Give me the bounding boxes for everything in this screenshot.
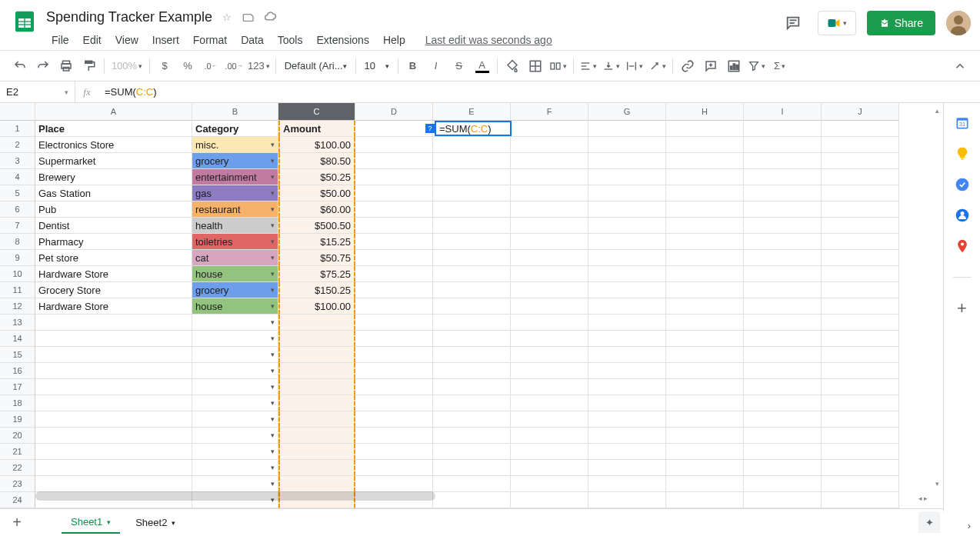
add-addon-icon[interactable]: +: [955, 301, 970, 316]
row-header[interactable]: 23: [0, 476, 35, 492]
cell[interactable]: [433, 315, 511, 331]
cell[interactable]: [278, 428, 355, 444]
cell[interactable]: [433, 363, 511, 379]
cell[interactable]: [822, 444, 899, 460]
cell[interactable]: [588, 282, 666, 298]
cell[interactable]: [744, 411, 822, 428]
row-header[interactable]: 12: [0, 298, 35, 315]
column-header[interactable]: F: [511, 103, 588, 121]
valign-button[interactable]: [601, 55, 622, 77]
cell[interactable]: [822, 476, 899, 492]
cell[interactable]: grocery: [192, 153, 278, 169]
column-header[interactable]: J: [822, 103, 899, 121]
cell[interactable]: [744, 218, 822, 234]
cell[interactable]: [822, 379, 899, 395]
cell[interactable]: cat: [192, 250, 278, 266]
redo-button[interactable]: [32, 55, 54, 77]
cell[interactable]: [511, 492, 588, 508]
cell[interactable]: restaurant: [192, 201, 278, 218]
cell[interactable]: [433, 266, 511, 282]
cell[interactable]: [355, 444, 433, 460]
cell[interactable]: Pet store: [35, 250, 192, 266]
column-header[interactable]: E: [433, 103, 511, 121]
cell[interactable]: [588, 476, 666, 492]
cell[interactable]: [355, 218, 433, 234]
cell[interactable]: $150.25: [278, 282, 355, 298]
cell[interactable]: [666, 282, 744, 298]
cell[interactable]: [822, 298, 899, 315]
row-header[interactable]: 1: [0, 121, 35, 137]
cell[interactable]: [511, 185, 588, 201]
cell[interactable]: [192, 363, 278, 379]
cell[interactable]: [355, 411, 433, 428]
row-header[interactable]: 3: [0, 153, 35, 169]
cell[interactable]: [822, 185, 899, 201]
cell[interactable]: [666, 298, 744, 315]
cell[interactable]: [355, 153, 433, 169]
font-select[interactable]: Default (Ari...▾: [280, 60, 352, 72]
cell[interactable]: [822, 428, 899, 444]
cell[interactable]: [511, 266, 588, 282]
cell[interactable]: [588, 363, 666, 379]
comment-button[interactable]: [700, 55, 722, 77]
cell[interactable]: [511, 476, 588, 492]
column-header[interactable]: A: [35, 103, 192, 121]
cell[interactable]: [35, 315, 192, 331]
cell[interactable]: [433, 476, 511, 492]
column-header[interactable]: G: [588, 103, 666, 121]
cell[interactable]: [355, 298, 433, 315]
scroll-up-icon[interactable]: ▴: [932, 106, 942, 115]
cell[interactable]: $50.75: [278, 250, 355, 266]
row-header[interactable]: 20: [0, 428, 35, 444]
cell[interactable]: [588, 315, 666, 331]
cell[interactable]: [822, 460, 899, 476]
cell[interactable]: [666, 234, 744, 250]
cell[interactable]: [433, 153, 511, 169]
cell[interactable]: [355, 347, 433, 363]
cell[interactable]: [588, 379, 666, 395]
cell[interactable]: Dentist: [35, 218, 192, 234]
borders-button[interactable]: [525, 55, 546, 77]
cell[interactable]: [588, 234, 666, 250]
formula-input[interactable]: =SUM(C:C): [98, 86, 980, 98]
merge-button[interactable]: [548, 55, 569, 77]
cell[interactable]: [511, 121, 588, 137]
cell[interactable]: [744, 121, 822, 137]
keep-icon[interactable]: [955, 146, 970, 161]
cell[interactable]: [192, 315, 278, 331]
menu-insert[interactable]: Insert: [147, 31, 185, 49]
cell[interactable]: [666, 428, 744, 444]
cell[interactable]: [744, 137, 822, 153]
cell[interactable]: [433, 298, 511, 315]
row-header[interactable]: 2: [0, 137, 35, 153]
cell[interactable]: $100.00: [278, 298, 355, 315]
cell[interactable]: [278, 411, 355, 428]
cell[interactable]: [588, 218, 666, 234]
cell[interactable]: [278, 395, 355, 411]
cell[interactable]: [278, 331, 355, 347]
cell[interactable]: Place: [35, 121, 192, 137]
column-header[interactable]: D: [355, 103, 433, 121]
cell[interactable]: [278, 315, 355, 331]
cell[interactable]: [588, 121, 666, 137]
halign-button[interactable]: [578, 55, 599, 77]
cell[interactable]: [588, 153, 666, 169]
cell[interactable]: [511, 169, 588, 185]
currency-button[interactable]: $: [154, 55, 175, 77]
paint-format-button[interactable]: [78, 55, 100, 77]
cell[interactable]: [744, 234, 822, 250]
tasks-icon[interactable]: [955, 177, 970, 192]
cell[interactable]: [35, 379, 192, 395]
cell[interactable]: Hardware Store: [35, 266, 192, 282]
cell[interactable]: [666, 476, 744, 492]
cell[interactable]: [588, 428, 666, 444]
cell[interactable]: [822, 331, 899, 347]
cell[interactable]: $15.25: [278, 234, 355, 250]
cell[interactable]: [666, 347, 744, 363]
cell[interactable]: [511, 444, 588, 460]
cell[interactable]: [666, 460, 744, 476]
cell[interactable]: [355, 282, 433, 298]
cell[interactable]: [35, 331, 192, 347]
column-header[interactable]: C: [278, 103, 355, 121]
cell[interactable]: [355, 395, 433, 411]
